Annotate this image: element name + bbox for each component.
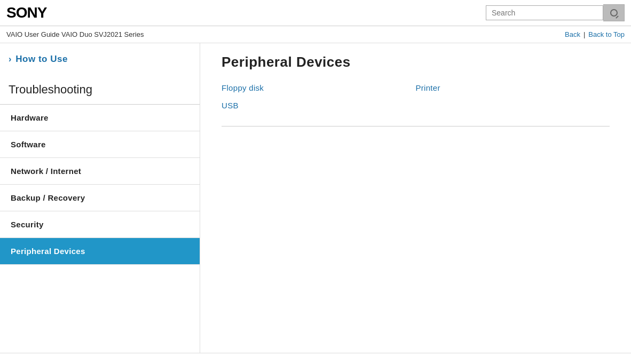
sony-logo: SONY [6, 4, 46, 21]
printer-link[interactable]: Printer [416, 83, 610, 92]
main-layout: › How to Use Troubleshooting Hardware So… [0, 43, 631, 353]
sidebar-item-software[interactable]: Software [0, 131, 200, 158]
sidebar-item-label: Peripheral Devices [11, 247, 85, 256]
troubleshooting-label: Troubleshooting [9, 83, 92, 96]
footer: © 2012 Sony Corporation [0, 353, 631, 364]
content-links-grid: Floppy disk Printer USB [222, 83, 610, 126]
breadcrumb-nav: Back | Back to Top [565, 30, 625, 38]
search-area [486, 4, 625, 21]
sidebar-item-network[interactable]: Network / Internet [0, 158, 200, 185]
usb-link[interactable]: USB [222, 101, 416, 110]
floppy-disk-link[interactable]: Floppy disk [222, 83, 416, 92]
sidebar-item-label: Software [11, 140, 46, 149]
sidebar-item-label: Security [11, 220, 44, 229]
sidebar-item-label: Backup / Recovery [11, 193, 85, 202]
header: SONY [0, 0, 631, 26]
nav-separator: | [583, 30, 585, 38]
search-button[interactable] [603, 4, 625, 21]
back-link[interactable]: Back [565, 30, 580, 38]
search-icon [610, 9, 618, 17]
back-to-top-link[interactable]: Back to Top [588, 30, 625, 38]
sidebar-item-backup[interactable]: Backup / Recovery [0, 185, 200, 211]
troubleshooting-header[interactable]: Troubleshooting [0, 75, 200, 105]
sidebar-item-peripheral-devices[interactable]: Peripheral Devices [0, 238, 200, 265]
sidebar: › How to Use Troubleshooting Hardware So… [0, 43, 200, 353]
search-input[interactable] [486, 5, 603, 20]
sidebar-item-security[interactable]: Security [0, 211, 200, 238]
chevron-right-icon: › [9, 54, 11, 64]
content-area: Peripheral Devices Floppy disk Printer U… [200, 43, 631, 353]
sidebar-item-label: Network / Internet [11, 167, 81, 176]
sidebar-item-label: Hardware [11, 113, 49, 122]
content-title: Peripheral Devices [222, 54, 610, 70]
sidebar-item-hardware[interactable]: Hardware [0, 105, 200, 131]
guide-title: VAIO User Guide VAIO Duo SVJ2021 Series [6, 30, 144, 38]
breadcrumb-bar: VAIO User Guide VAIO Duo SVJ2021 Series … [0, 26, 631, 43]
how-to-use-label: How to Use [15, 54, 68, 65]
sidebar-how-to-use[interactable]: › How to Use [0, 43, 200, 75]
